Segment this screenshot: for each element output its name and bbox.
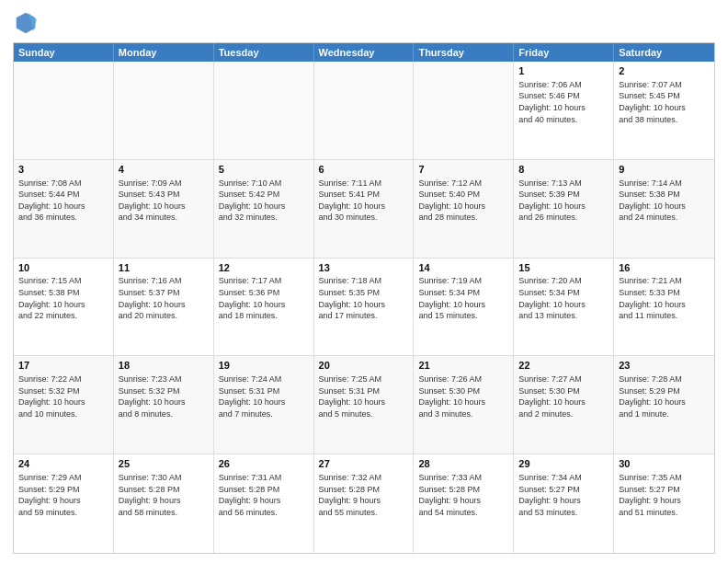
day-info: Sunrise: 7:12 AMSunset: 5:40 PMDaylight:… <box>418 178 508 224</box>
day-number: 26 <box>219 457 309 471</box>
calendar-header: SundayMondayTuesdayWednesdayThursdayFrid… <box>14 43 714 62</box>
week-row-4: 17Sunrise: 7:22 AMSunset: 5:32 PMDayligh… <box>14 356 714 454</box>
day-number: 21 <box>418 359 508 373</box>
cal-cell-empty-w0c1 <box>114 62 214 159</box>
day-number: 5 <box>219 163 309 177</box>
day-info: Sunrise: 7:28 AMSunset: 5:29 PMDaylight:… <box>619 373 710 419</box>
cal-cell-12: 12Sunrise: 7:17 AMSunset: 5:36 PMDayligh… <box>214 259 314 356</box>
cal-cell-27: 27Sunrise: 7:32 AMSunset: 5:28 PMDayligh… <box>314 454 415 553</box>
day-number: 3 <box>18 163 108 177</box>
cal-cell-empty-w0c4 <box>414 62 514 159</box>
day-info: Sunrise: 7:32 AMSunset: 5:28 PMDaylight:… <box>319 472 409 518</box>
logo-icon <box>13 9 39 35</box>
cal-cell-1: 1Sunrise: 7:06 AMSunset: 5:46 PMDaylight… <box>514 62 614 159</box>
cal-cell-3: 3Sunrise: 7:08 AMSunset: 5:44 PMDaylight… <box>14 160 114 258</box>
weekday-header-wednesday: Wednesday <box>314 43 415 62</box>
day-info: Sunrise: 7:30 AMSunset: 5:28 PMDaylight:… <box>119 472 209 518</box>
cal-cell-28: 28Sunrise: 7:33 AMSunset: 5:28 PMDayligh… <box>414 454 514 553</box>
cal-cell-empty-w0c3 <box>314 62 415 159</box>
calendar: SundayMondayTuesdayWednesdayThursdayFrid… <box>13 42 715 554</box>
day-info: Sunrise: 7:06 AMSunset: 5:46 PMDaylight:… <box>518 79 609 125</box>
day-info: Sunrise: 7:29 AMSunset: 5:29 PMDaylight:… <box>18 472 108 518</box>
day-info: Sunrise: 7:20 AMSunset: 5:34 PMDaylight:… <box>518 275 609 321</box>
cal-cell-13: 13Sunrise: 7:18 AMSunset: 5:35 PMDayligh… <box>314 259 415 356</box>
weekday-header-friday: Friday <box>514 43 614 62</box>
weekday-header-saturday: Saturday <box>614 43 714 62</box>
day-info: Sunrise: 7:27 AMSunset: 5:30 PMDaylight:… <box>518 373 609 419</box>
day-info: Sunrise: 7:22 AMSunset: 5:32 PMDaylight:… <box>18 373 108 419</box>
day-number: 4 <box>119 163 209 177</box>
day-number: 13 <box>319 261 409 275</box>
cal-cell-6: 6Sunrise: 7:11 AMSunset: 5:41 PMDaylight… <box>314 160 415 258</box>
day-number: 24 <box>18 457 108 471</box>
cal-cell-15: 15Sunrise: 7:20 AMSunset: 5:34 PMDayligh… <box>514 259 614 356</box>
cal-cell-14: 14Sunrise: 7:19 AMSunset: 5:34 PMDayligh… <box>414 259 514 356</box>
day-info: Sunrise: 7:13 AMSunset: 5:39 PMDaylight:… <box>518 178 609 224</box>
day-number: 20 <box>319 359 409 373</box>
day-info: Sunrise: 7:16 AMSunset: 5:37 PMDaylight:… <box>119 275 209 321</box>
day-number: 15 <box>518 261 609 275</box>
day-info: Sunrise: 7:19 AMSunset: 5:34 PMDaylight:… <box>418 275 508 321</box>
day-number: 23 <box>619 359 710 373</box>
week-row-5: 24Sunrise: 7:29 AMSunset: 5:29 PMDayligh… <box>14 454 714 553</box>
cal-cell-11: 11Sunrise: 7:16 AMSunset: 5:37 PMDayligh… <box>114 259 214 356</box>
cal-cell-empty-w0c0 <box>14 62 114 159</box>
page: SundayMondayTuesdayWednesdayThursdayFrid… <box>0 0 728 563</box>
day-info: Sunrise: 7:35 AMSunset: 5:27 PMDaylight:… <box>619 472 710 518</box>
header <box>13 9 715 35</box>
day-number: 18 <box>119 359 209 373</box>
day-info: Sunrise: 7:26 AMSunset: 5:30 PMDaylight:… <box>418 373 508 419</box>
day-number: 25 <box>119 457 209 471</box>
day-number: 1 <box>518 64 609 78</box>
cal-cell-24: 24Sunrise: 7:29 AMSunset: 5:29 PMDayligh… <box>14 454 114 553</box>
day-number: 12 <box>219 261 309 275</box>
day-info: Sunrise: 7:08 AMSunset: 5:44 PMDaylight:… <box>18 178 108 224</box>
cal-cell-5: 5Sunrise: 7:10 AMSunset: 5:42 PMDaylight… <box>214 160 314 258</box>
cal-cell-22: 22Sunrise: 7:27 AMSunset: 5:30 PMDayligh… <box>514 356 614 454</box>
cal-cell-4: 4Sunrise: 7:09 AMSunset: 5:43 PMDaylight… <box>114 160 214 258</box>
day-info: Sunrise: 7:24 AMSunset: 5:31 PMDaylight:… <box>219 373 309 419</box>
cal-cell-30: 30Sunrise: 7:35 AMSunset: 5:27 PMDayligh… <box>614 454 714 553</box>
day-number: 17 <box>18 359 108 373</box>
cal-cell-29: 29Sunrise: 7:34 AMSunset: 5:27 PMDayligh… <box>514 454 614 553</box>
cal-cell-16: 16Sunrise: 7:21 AMSunset: 5:33 PMDayligh… <box>614 259 714 356</box>
day-number: 16 <box>619 261 710 275</box>
weekday-header-sunday: Sunday <box>14 43 114 62</box>
cal-cell-2: 2Sunrise: 7:07 AMSunset: 5:45 PMDaylight… <box>614 62 714 159</box>
day-info: Sunrise: 7:11 AMSunset: 5:41 PMDaylight:… <box>319 178 409 224</box>
day-number: 30 <box>619 457 710 471</box>
day-info: Sunrise: 7:09 AMSunset: 5:43 PMDaylight:… <box>119 178 209 224</box>
day-info: Sunrise: 7:10 AMSunset: 5:42 PMDaylight:… <box>219 178 309 224</box>
weekday-header-tuesday: Tuesday <box>214 43 314 62</box>
day-info: Sunrise: 7:21 AMSunset: 5:33 PMDaylight:… <box>619 275 710 321</box>
day-info: Sunrise: 7:34 AMSunset: 5:27 PMDaylight:… <box>518 472 609 518</box>
cal-cell-10: 10Sunrise: 7:15 AMSunset: 5:38 PMDayligh… <box>14 259 114 356</box>
day-number: 29 <box>518 457 609 471</box>
day-number: 22 <box>518 359 609 373</box>
day-info: Sunrise: 7:14 AMSunset: 5:38 PMDaylight:… <box>619 178 710 224</box>
day-info: Sunrise: 7:15 AMSunset: 5:38 PMDaylight:… <box>18 275 108 321</box>
day-number: 6 <box>319 163 409 177</box>
day-number: 8 <box>518 163 609 177</box>
cal-cell-19: 19Sunrise: 7:24 AMSunset: 5:31 PMDayligh… <box>214 356 314 454</box>
cal-cell-21: 21Sunrise: 7:26 AMSunset: 5:30 PMDayligh… <box>414 356 514 454</box>
day-info: Sunrise: 7:31 AMSunset: 5:28 PMDaylight:… <box>219 472 309 518</box>
day-info: Sunrise: 7:23 AMSunset: 5:32 PMDaylight:… <box>119 373 209 419</box>
calendar-body: 1Sunrise: 7:06 AMSunset: 5:46 PMDaylight… <box>14 62 714 553</box>
day-number: 28 <box>418 457 508 471</box>
day-number: 27 <box>319 457 409 471</box>
week-row-3: 10Sunrise: 7:15 AMSunset: 5:38 PMDayligh… <box>14 259 714 357</box>
day-number: 2 <box>619 64 710 78</box>
day-number: 9 <box>619 163 710 177</box>
cal-cell-18: 18Sunrise: 7:23 AMSunset: 5:32 PMDayligh… <box>114 356 214 454</box>
cal-cell-20: 20Sunrise: 7:25 AMSunset: 5:31 PMDayligh… <box>314 356 415 454</box>
logo <box>13 9 42 35</box>
day-number: 7 <box>418 163 508 177</box>
week-row-1: 1Sunrise: 7:06 AMSunset: 5:46 PMDaylight… <box>14 62 714 160</box>
day-info: Sunrise: 7:18 AMSunset: 5:35 PMDaylight:… <box>319 275 409 321</box>
cal-cell-25: 25Sunrise: 7:30 AMSunset: 5:28 PMDayligh… <box>114 454 214 553</box>
week-row-2: 3Sunrise: 7:08 AMSunset: 5:44 PMDaylight… <box>14 160 714 259</box>
day-number: 10 <box>18 261 108 275</box>
day-number: 11 <box>119 261 209 275</box>
day-info: Sunrise: 7:25 AMSunset: 5:31 PMDaylight:… <box>319 373 409 419</box>
